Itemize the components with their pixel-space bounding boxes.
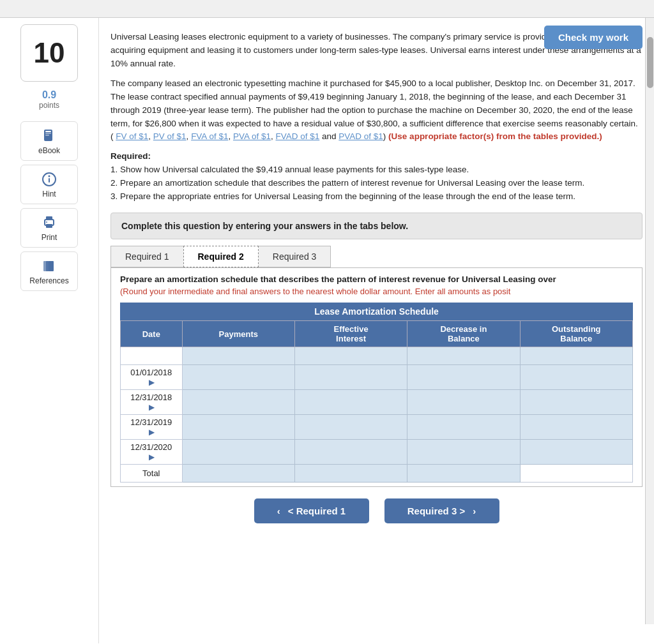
payments-input[interactable] — [185, 398, 292, 407]
input-cell-payments[interactable] — [182, 365, 294, 390]
decrease-input[interactable] — [410, 351, 517, 361]
input-cell-outstanding[interactable] — [520, 440, 632, 465]
check-my-work-button[interactable]: Check my work — [544, 26, 643, 49]
interest-total-input[interactable] — [298, 468, 404, 478]
input-cell-payments[interactable] — [182, 440, 294, 465]
input-cell-decrease[interactable] — [407, 390, 520, 415]
decrease-input[interactable] — [410, 398, 517, 407]
ebook-button[interactable]: eBook — [20, 121, 78, 161]
input-cell-interest[interactable] — [294, 440, 407, 465]
payments-total-input[interactable] — [185, 468, 292, 478]
table-row: 12/31/2018 ▶ — [121, 390, 633, 415]
input-cell-decrease[interactable] — [407, 365, 520, 390]
interest-input[interactable] — [298, 398, 404, 407]
input-cell-interest[interactable] — [294, 415, 407, 440]
hint-icon — [40, 170, 58, 188]
date-cell: 12/31/2019 ▶ — [121, 415, 183, 440]
input-cell-decrease-total[interactable] — [407, 465, 520, 483]
bottom-nav: ‹ < Required 1 Required 3 > › — [110, 498, 643, 523]
arrow-icon: ▶ — [148, 378, 155, 387]
points-section: 0.9 points — [39, 89, 59, 110]
input-cell-interest[interactable] — [294, 347, 407, 365]
next-label: Required 3 > — [407, 505, 465, 516]
input-cell-payments[interactable] — [182, 347, 294, 365]
svg-rect-6 — [49, 178, 50, 183]
right-scrollbar[interactable] — [645, 18, 654, 624]
tab-content: Prepare an amortization schedule that de… — [110, 267, 643, 487]
col-effective-interest: EffectiveInterest — [294, 321, 407, 347]
input-cell-decrease[interactable] — [407, 415, 520, 440]
sidebar: 10 0.9 points eBook Hint Print — [0, 18, 99, 643]
points-label: points — [39, 101, 59, 110]
tab-required-2[interactable]: Required 2 — [183, 246, 259, 267]
table-row: 12/31/2020 ▶ — [121, 440, 633, 465]
interest-input[interactable] — [298, 373, 404, 382]
scrollbar-thumb[interactable] — [647, 37, 653, 88]
svg-rect-13 — [49, 261, 54, 271]
input-cell-interest[interactable] — [294, 365, 407, 390]
outstanding-input[interactable] — [523, 398, 630, 407]
tab-instruction: Prepare an amortization schedule that de… — [120, 274, 633, 284]
decrease-input[interactable] — [410, 447, 517, 457]
points-value: 0.9 — [39, 89, 59, 101]
paragraph-2: The company leased an electronic typeset… — [110, 77, 643, 144]
print-button[interactable]: Print — [20, 208, 78, 248]
date-cell: 12/31/2018 ▶ — [121, 390, 183, 415]
table-row — [121, 347, 633, 365]
interest-input[interactable] — [298, 447, 404, 457]
date-cell: 12/31/2020 ▶ — [121, 440, 183, 465]
decrease-total-input[interactable] — [410, 468, 517, 478]
references-label: References — [29, 276, 68, 285]
fvad-link[interactable]: FVAD of $1 — [276, 131, 320, 141]
table-caption: Lease Amortization Schedule — [120, 303, 633, 320]
tab-note: (Round your intermediate and final answe… — [120, 287, 633, 296]
interest-input[interactable] — [298, 423, 404, 432]
print-label: Print — [42, 233, 57, 242]
col-payments: Payments — [182, 321, 294, 347]
input-cell-payments[interactable] — [182, 390, 294, 415]
pv-link[interactable]: PV of $1 — [153, 131, 186, 141]
prev-required-button[interactable]: ‹ < Required 1 — [254, 498, 369, 523]
payments-input[interactable] — [185, 351, 292, 361]
input-cell-interest-total[interactable] — [294, 465, 407, 483]
svg-rect-9 — [46, 224, 52, 228]
svg-rect-1 — [45, 131, 51, 132]
outstanding-input[interactable] — [523, 373, 630, 382]
outstanding-input[interactable] — [523, 351, 630, 361]
prev-label: < Required 1 — [288, 505, 346, 516]
input-cell-outstanding[interactable] — [520, 415, 632, 440]
references-button[interactable]: References — [20, 251, 78, 291]
col-outstanding-balance: OutstandingBalance — [520, 321, 632, 347]
pva-link[interactable]: PVA of $1 — [233, 131, 271, 141]
input-cell-outstanding[interactable] — [520, 365, 632, 390]
svg-point-10 — [46, 221, 47, 223]
arrow-icon: ▶ — [148, 403, 155, 412]
input-cell-interest[interactable] — [294, 390, 407, 415]
input-cell-payments-total[interactable] — [182, 465, 294, 483]
hint-button[interactable]: Hint — [20, 165, 78, 204]
payments-input[interactable] — [185, 423, 292, 432]
payments-input[interactable] — [185, 447, 292, 457]
svg-point-5 — [49, 176, 50, 177]
fv-link[interactable]: FV of $1 — [116, 131, 148, 141]
input-cell-decrease[interactable] — [407, 347, 520, 365]
decrease-input[interactable] — [410, 373, 517, 382]
required-header: Required: 1. Show how Universal calculat… — [110, 150, 643, 204]
hint-label: Hint — [42, 190, 56, 198]
input-cell-decrease[interactable] — [407, 440, 520, 465]
interest-input[interactable] — [298, 351, 404, 361]
pvad-link[interactable]: PVAD of $1 — [338, 131, 383, 141]
input-cell-payments[interactable] — [182, 415, 294, 440]
next-required-button[interactable]: Required 3 > › — [384, 498, 499, 523]
table-row-total: Total — [121, 465, 633, 483]
input-cell-outstanding[interactable] — [520, 347, 632, 365]
outstanding-input[interactable] — [523, 423, 630, 432]
tab-required-3[interactable]: Required 3 — [258, 246, 331, 267]
tab-required-1[interactable]: Required 1 — [110, 246, 184, 267]
fva-link[interactable]: FVA of $1 — [191, 131, 228, 141]
decrease-input[interactable] — [410, 423, 517, 432]
date-cell — [121, 347, 183, 365]
outstanding-input[interactable] — [523, 447, 630, 457]
input-cell-outstanding[interactable] — [520, 390, 632, 415]
payments-input[interactable] — [185, 373, 292, 382]
